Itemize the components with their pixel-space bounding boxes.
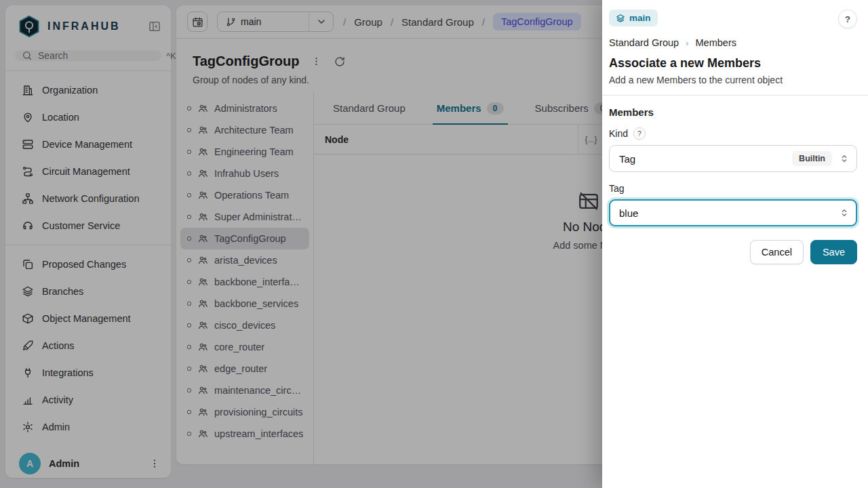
branch-badge: main: [609, 9, 658, 26]
chevron-up-down-icon: [839, 153, 850, 164]
drawer-title: Associate a new Members: [609, 56, 857, 70]
drawer-header: main ? Standard Group › Members Associat…: [602, 0, 868, 95]
kind-namespace-badge: Builtin: [792, 151, 832, 166]
drawer-breadcrumb-item: Standard Group: [609, 37, 679, 48]
tag-select[interactable]: blue: [609, 199, 857, 226]
drawer-breadcrumb-item: Members: [696, 37, 736, 48]
drawer-breadcrumb: Standard Group › Members: [609, 37, 857, 48]
drawer-subtitle: Add a new Members to the current object: [609, 75, 857, 85]
help-button[interactable]: ?: [838, 9, 857, 28]
kind-help-icon[interactable]: ?: [633, 127, 646, 140]
infrahub-app: INFRAHUB ^K Organization Location Device…: [0, 0, 868, 488]
cancel-button[interactable]: Cancel: [750, 240, 804, 264]
drawer-form: Members Kind ? Tag Builtin Tag blue Canc…: [602, 96, 868, 264]
tag-select-value: blue: [619, 207, 832, 219]
kind-select[interactable]: Tag Builtin: [609, 145, 857, 172]
chevron-up-down-icon: [839, 207, 850, 218]
branch-badge-label: main: [629, 13, 651, 23]
associate-members-drawer: main ? Standard Group › Members Associat…: [602, 0, 868, 488]
modal-overlay[interactable]: [0, 0, 602, 488]
form-section-label: Members: [609, 106, 857, 118]
drawer-breadcrumb-separator: ›: [686, 38, 688, 48]
kind-select-value: Tag: [619, 153, 785, 165]
save-button[interactable]: Save: [810, 240, 857, 264]
tag-field-label: Tag: [609, 183, 625, 194]
drawer-actions: Cancel Save: [609, 240, 857, 264]
layers-icon: [616, 14, 625, 23]
kind-field-label: Kind: [609, 128, 628, 139]
